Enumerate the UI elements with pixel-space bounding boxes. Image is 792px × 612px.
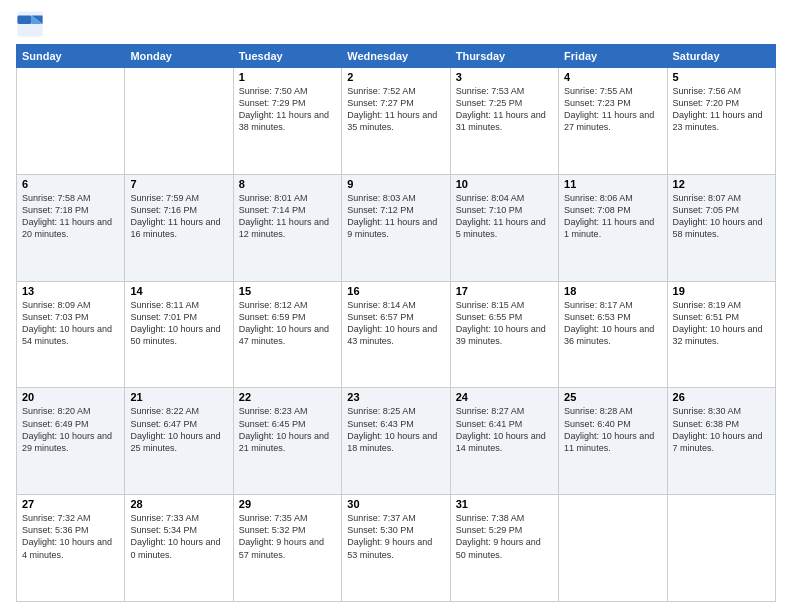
calendar-cell: 15Sunrise: 8:12 AMSunset: 6:59 PMDayligh…	[233, 281, 341, 388]
day-number: 21	[130, 391, 227, 403]
calendar-cell: 27Sunrise: 7:32 AMSunset: 5:36 PMDayligh…	[17, 495, 125, 602]
calendar-cell: 7Sunrise: 7:59 AMSunset: 7:16 PMDaylight…	[125, 174, 233, 281]
calendar-cell: 30Sunrise: 7:37 AMSunset: 5:30 PMDayligh…	[342, 495, 450, 602]
day-number: 27	[22, 498, 119, 510]
day-info: Sunrise: 8:11 AMSunset: 7:01 PMDaylight:…	[130, 299, 227, 348]
calendar-cell: 20Sunrise: 8:20 AMSunset: 6:49 PMDayligh…	[17, 388, 125, 495]
weekday-header-tuesday: Tuesday	[233, 45, 341, 68]
day-number: 20	[22, 391, 119, 403]
weekday-header-friday: Friday	[559, 45, 667, 68]
day-info: Sunrise: 7:50 AMSunset: 7:29 PMDaylight:…	[239, 85, 336, 134]
calendar-cell: 13Sunrise: 8:09 AMSunset: 7:03 PMDayligh…	[17, 281, 125, 388]
calendar-cell: 3Sunrise: 7:53 AMSunset: 7:25 PMDaylight…	[450, 68, 558, 175]
calendar-cell: 12Sunrise: 8:07 AMSunset: 7:05 PMDayligh…	[667, 174, 775, 281]
day-number: 26	[673, 391, 770, 403]
weekday-header-monday: Monday	[125, 45, 233, 68]
day-number: 25	[564, 391, 661, 403]
calendar-cell: 5Sunrise: 7:56 AMSunset: 7:20 PMDaylight…	[667, 68, 775, 175]
calendar-week-row: 27Sunrise: 7:32 AMSunset: 5:36 PMDayligh…	[17, 495, 776, 602]
day-number: 22	[239, 391, 336, 403]
day-number: 19	[673, 285, 770, 297]
calendar-cell: 31Sunrise: 7:38 AMSunset: 5:29 PMDayligh…	[450, 495, 558, 602]
calendar-cell: 25Sunrise: 8:28 AMSunset: 6:40 PMDayligh…	[559, 388, 667, 495]
day-info: Sunrise: 8:14 AMSunset: 6:57 PMDaylight:…	[347, 299, 444, 348]
calendar-cell: 26Sunrise: 8:30 AMSunset: 6:38 PMDayligh…	[667, 388, 775, 495]
day-info: Sunrise: 7:52 AMSunset: 7:27 PMDaylight:…	[347, 85, 444, 134]
weekday-header-row: SundayMondayTuesdayWednesdayThursdayFrid…	[17, 45, 776, 68]
day-info: Sunrise: 8:15 AMSunset: 6:55 PMDaylight:…	[456, 299, 553, 348]
day-number: 13	[22, 285, 119, 297]
calendar-cell: 21Sunrise: 8:22 AMSunset: 6:47 PMDayligh…	[125, 388, 233, 495]
calendar-cell: 9Sunrise: 8:03 AMSunset: 7:12 PMDaylight…	[342, 174, 450, 281]
weekday-header-thursday: Thursday	[450, 45, 558, 68]
day-number: 30	[347, 498, 444, 510]
day-number: 15	[239, 285, 336, 297]
calendar-cell: 6Sunrise: 7:58 AMSunset: 7:18 PMDaylight…	[17, 174, 125, 281]
calendar-cell: 19Sunrise: 8:19 AMSunset: 6:51 PMDayligh…	[667, 281, 775, 388]
weekday-header-saturday: Saturday	[667, 45, 775, 68]
calendar-cell: 28Sunrise: 7:33 AMSunset: 5:34 PMDayligh…	[125, 495, 233, 602]
day-info: Sunrise: 8:27 AMSunset: 6:41 PMDaylight:…	[456, 405, 553, 454]
calendar-cell: 22Sunrise: 8:23 AMSunset: 6:45 PMDayligh…	[233, 388, 341, 495]
day-info: Sunrise: 7:58 AMSunset: 7:18 PMDaylight:…	[22, 192, 119, 241]
calendar-week-row: 1Sunrise: 7:50 AMSunset: 7:29 PMDaylight…	[17, 68, 776, 175]
calendar-cell: 8Sunrise: 8:01 AMSunset: 7:14 PMDaylight…	[233, 174, 341, 281]
day-number: 1	[239, 71, 336, 83]
calendar-cell: 11Sunrise: 8:06 AMSunset: 7:08 PMDayligh…	[559, 174, 667, 281]
day-number: 18	[564, 285, 661, 297]
calendar-cell: 17Sunrise: 8:15 AMSunset: 6:55 PMDayligh…	[450, 281, 558, 388]
calendar-cell	[125, 68, 233, 175]
calendar-cell: 14Sunrise: 8:11 AMSunset: 7:01 PMDayligh…	[125, 281, 233, 388]
day-info: Sunrise: 8:01 AMSunset: 7:14 PMDaylight:…	[239, 192, 336, 241]
day-info: Sunrise: 8:23 AMSunset: 6:45 PMDaylight:…	[239, 405, 336, 454]
day-number: 8	[239, 178, 336, 190]
day-number: 5	[673, 71, 770, 83]
day-info: Sunrise: 8:12 AMSunset: 6:59 PMDaylight:…	[239, 299, 336, 348]
day-info: Sunrise: 8:17 AMSunset: 6:53 PMDaylight:…	[564, 299, 661, 348]
day-info: Sunrise: 7:38 AMSunset: 5:29 PMDaylight:…	[456, 512, 553, 561]
day-info: Sunrise: 8:25 AMSunset: 6:43 PMDaylight:…	[347, 405, 444, 454]
day-info: Sunrise: 7:55 AMSunset: 7:23 PMDaylight:…	[564, 85, 661, 134]
day-info: Sunrise: 8:28 AMSunset: 6:40 PMDaylight:…	[564, 405, 661, 454]
day-info: Sunrise: 7:37 AMSunset: 5:30 PMDaylight:…	[347, 512, 444, 561]
calendar-cell: 29Sunrise: 7:35 AMSunset: 5:32 PMDayligh…	[233, 495, 341, 602]
day-info: Sunrise: 7:32 AMSunset: 5:36 PMDaylight:…	[22, 512, 119, 561]
calendar-cell: 10Sunrise: 8:04 AMSunset: 7:10 PMDayligh…	[450, 174, 558, 281]
day-info: Sunrise: 7:35 AMSunset: 5:32 PMDaylight:…	[239, 512, 336, 561]
day-info: Sunrise: 8:03 AMSunset: 7:12 PMDaylight:…	[347, 192, 444, 241]
logo-icon	[16, 10, 44, 38]
day-number: 12	[673, 178, 770, 190]
calendar-cell: 18Sunrise: 8:17 AMSunset: 6:53 PMDayligh…	[559, 281, 667, 388]
day-number: 24	[456, 391, 553, 403]
calendar-cell: 2Sunrise: 7:52 AMSunset: 7:27 PMDaylight…	[342, 68, 450, 175]
day-number: 23	[347, 391, 444, 403]
calendar-cell: 24Sunrise: 8:27 AMSunset: 6:41 PMDayligh…	[450, 388, 558, 495]
day-number: 31	[456, 498, 553, 510]
calendar-week-row: 6Sunrise: 7:58 AMSunset: 7:18 PMDaylight…	[17, 174, 776, 281]
svg-rect-3	[17, 16, 31, 24]
calendar-week-row: 20Sunrise: 8:20 AMSunset: 6:49 PMDayligh…	[17, 388, 776, 495]
day-info: Sunrise: 8:19 AMSunset: 6:51 PMDaylight:…	[673, 299, 770, 348]
day-info: Sunrise: 8:09 AMSunset: 7:03 PMDaylight:…	[22, 299, 119, 348]
day-number: 14	[130, 285, 227, 297]
day-number: 11	[564, 178, 661, 190]
day-info: Sunrise: 7:53 AMSunset: 7:25 PMDaylight:…	[456, 85, 553, 134]
day-number: 4	[564, 71, 661, 83]
calendar-week-row: 13Sunrise: 8:09 AMSunset: 7:03 PMDayligh…	[17, 281, 776, 388]
day-number: 29	[239, 498, 336, 510]
day-info: Sunrise: 8:07 AMSunset: 7:05 PMDaylight:…	[673, 192, 770, 241]
weekday-header-wednesday: Wednesday	[342, 45, 450, 68]
day-info: Sunrise: 8:04 AMSunset: 7:10 PMDaylight:…	[456, 192, 553, 241]
day-info: Sunrise: 7:33 AMSunset: 5:34 PMDaylight:…	[130, 512, 227, 561]
day-info: Sunrise: 8:30 AMSunset: 6:38 PMDaylight:…	[673, 405, 770, 454]
day-number: 6	[22, 178, 119, 190]
header	[16, 10, 776, 38]
day-info: Sunrise: 8:20 AMSunset: 6:49 PMDaylight:…	[22, 405, 119, 454]
page: SundayMondayTuesdayWednesdayThursdayFrid…	[0, 0, 792, 612]
calendar-cell	[559, 495, 667, 602]
weekday-header-sunday: Sunday	[17, 45, 125, 68]
logo	[16, 10, 48, 38]
day-info: Sunrise: 7:59 AMSunset: 7:16 PMDaylight:…	[130, 192, 227, 241]
day-number: 9	[347, 178, 444, 190]
day-number: 3	[456, 71, 553, 83]
